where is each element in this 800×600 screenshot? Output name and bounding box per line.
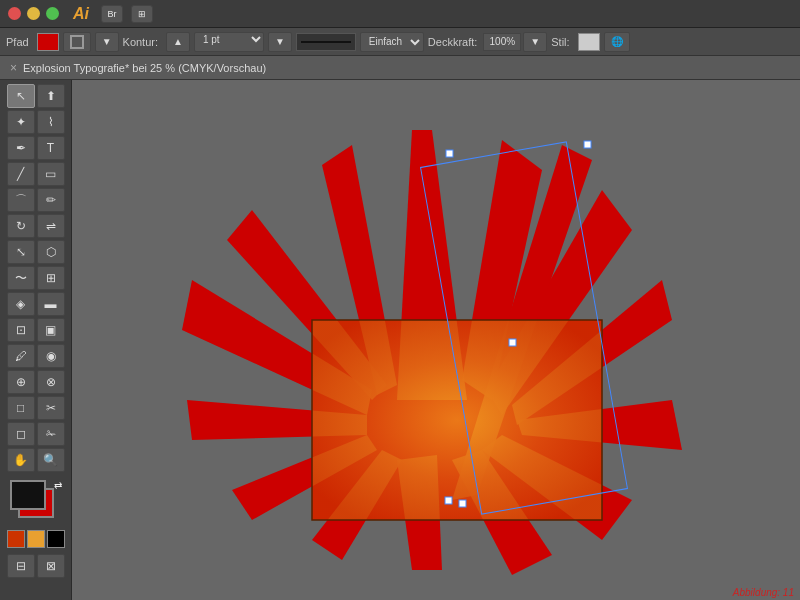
blend-tool[interactable]: ◉ — [37, 344, 65, 368]
scale-tool[interactable]: ⤡ — [7, 240, 35, 264]
stil-swatch[interactable] — [578, 33, 600, 51]
rotate-tool[interactable]: ↻ — [7, 214, 35, 238]
pen-tool[interactable]: ✒ — [7, 136, 35, 160]
color-preset-3[interactable] — [47, 530, 65, 548]
fill-color-swatch[interactable] — [37, 33, 59, 51]
handle-tl[interactable] — [446, 150, 453, 157]
app-logo: Ai — [73, 5, 89, 23]
paintbrush-tool[interactable]: ⌒ — [7, 188, 35, 212]
live-paint-tool[interactable]: ⊕ — [7, 370, 35, 394]
stroke-arrow-btn[interactable]: ▼ — [95, 32, 119, 52]
toolbar: Pfad ▼ Kontur: ▲ 1 pt ▼ Einfach Deckkraf… — [0, 28, 800, 56]
rectangle-tool[interactable]: ▭ — [37, 162, 65, 186]
canvas-area[interactable]: Abbildung: 11 — [72, 80, 800, 600]
slice-tool[interactable]: ✂ — [37, 396, 65, 420]
maximize-button[interactable] — [46, 7, 59, 20]
text-tool[interactable]: T — [37, 136, 65, 160]
line-tool[interactable]: ╱ — [7, 162, 35, 186]
bridge-button[interactable]: Br — [101, 5, 123, 23]
handle-tr[interactable] — [584, 141, 591, 148]
color-preset-2[interactable] — [27, 530, 45, 548]
kontur-dropdown[interactable]: ▼ — [268, 32, 292, 52]
main-area: ↖ ⬆ ✦ ⌇ ✒ T ╱ ▭ ⌒ ✏ ↻ ⇌ ⤡ ⬡ 〜 ⊞ — [0, 80, 800, 600]
hand-tool[interactable]: ✋ — [7, 448, 35, 472]
stroke-style-select[interactable]: Einfach — [360, 32, 424, 52]
warp-tool[interactable]: 〜 — [7, 266, 35, 290]
stroke-preview — [296, 33, 356, 51]
screen-mode-btn[interactable]: ⊟ — [7, 554, 35, 578]
document-tab: × Explosion Typografie* bei 25 % (CMYK/V… — [0, 56, 800, 80]
view-mode-button[interactable]: ⊞ — [131, 5, 153, 23]
tab-title: Explosion Typografie* bei 25 % (CMYK/Vor… — [23, 62, 266, 74]
close-button[interactable] — [8, 7, 21, 20]
minimize-button[interactable] — [27, 7, 40, 20]
opacity-dropdown[interactable]: ▼ — [523, 32, 547, 52]
color-swatch-area: ⇄ — [10, 480, 62, 524]
kontur-up-btn[interactable]: ▲ — [166, 32, 190, 52]
handle-bl[interactable] — [445, 497, 452, 504]
swap-colors[interactable]: ⇄ — [54, 480, 62, 491]
eyedropper-tool[interactable]: 🖊 — [7, 344, 35, 368]
pencil-tool[interactable]: ✏ — [37, 188, 65, 212]
stil-label: Stil: — [551, 36, 569, 48]
window-controls[interactable] — [8, 7, 59, 20]
kontur-value[interactable]: 1 pt — [194, 32, 264, 52]
select-tool[interactable]: ↖ — [7, 84, 35, 108]
kontur-label: Kontur: — [123, 36, 158, 48]
title-bar: Ai Br ⊞ — [0, 0, 800, 28]
gradient-tool[interactable]: ▣ — [37, 318, 65, 342]
shear-tool[interactable]: ⬡ — [37, 240, 65, 264]
live-paint-select-tool[interactable]: ⊗ — [37, 370, 65, 394]
mesh-tool[interactable]: ⊡ — [7, 318, 35, 342]
magic-wand-tool[interactable]: ✦ — [7, 110, 35, 134]
stroke-indicator[interactable] — [63, 32, 91, 52]
zoom-tool[interactable]: 🔍 — [37, 448, 65, 472]
path-label: Pfad — [6, 36, 29, 48]
svg-rect-32 — [312, 320, 602, 520]
opacity-label: Deckkraft: — [428, 36, 478, 48]
reflect-tool[interactable]: ⇌ — [37, 214, 65, 238]
eraser-tool[interactable]: ◻ — [7, 422, 35, 446]
column-graph-tool[interactable]: ▬ — [37, 292, 65, 316]
tab-close-btn[interactable]: × — [10, 61, 17, 75]
lasso-tool[interactable]: ⌇ — [37, 110, 65, 134]
artboard-tool[interactable]: □ — [7, 396, 35, 420]
scissors-tool[interactable]: ✁ — [37, 422, 65, 446]
opacity-input[interactable] — [483, 33, 521, 51]
style-btn[interactable]: 🌐 — [604, 32, 630, 52]
free-transform-tool[interactable]: ⊞ — [37, 266, 65, 290]
opacity-control: Deckkraft: ▼ — [428, 32, 547, 52]
color-preset-1[interactable] — [7, 530, 25, 548]
foreground-color[interactable] — [10, 480, 46, 510]
status-bar: Abbildung: 11 — [727, 585, 800, 600]
direct-select-tool[interactable]: ⬆ — [37, 84, 65, 108]
left-toolbar: ↖ ⬆ ✦ ⌇ ✒ T ╱ ▭ ⌒ ✏ ↻ ⇌ ⤡ ⬡ 〜 ⊞ — [0, 80, 72, 600]
handle-center[interactable] — [509, 339, 516, 346]
artwork-canvas — [72, 80, 800, 600]
symbol-tool[interactable]: ◈ — [7, 292, 35, 316]
fullscreen-btn[interactable]: ⊠ — [37, 554, 65, 578]
handle-br[interactable] — [459, 500, 466, 507]
